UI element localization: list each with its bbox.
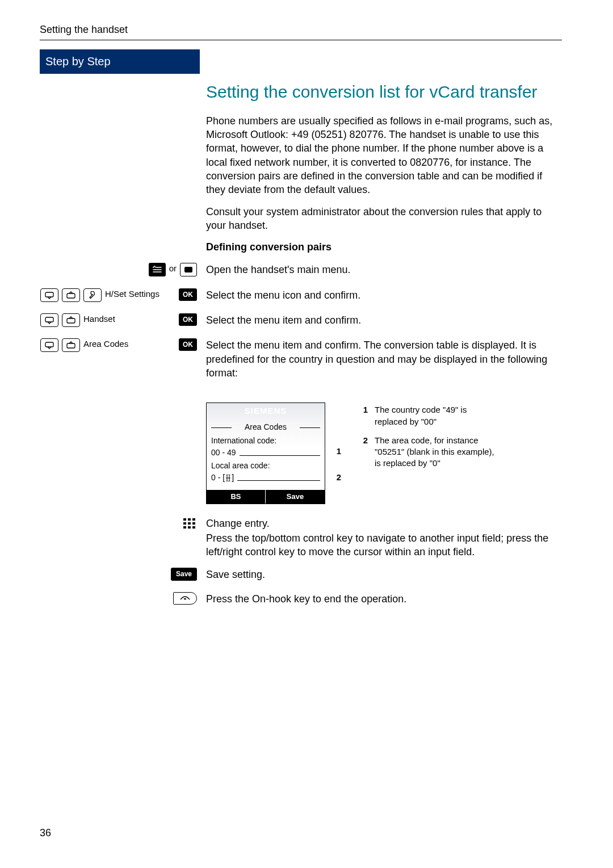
step-handset-row: Handset OK bbox=[40, 313, 197, 327]
ok-button[interactable]: OK bbox=[179, 313, 197, 326]
screen-title: Area Codes bbox=[211, 422, 320, 434]
areacodes-label: Area Codes bbox=[83, 338, 175, 350]
legend-text-1: The country code "49" is replaced by "00… bbox=[374, 404, 498, 433]
svg-rect-11 bbox=[192, 522, 195, 525]
nav-up-icon[interactable] bbox=[62, 313, 80, 327]
subheading-defining-pairs: Defining conversion pairs bbox=[206, 240, 561, 254]
legend-text-2: The area code, for instance "05251" (bla… bbox=[374, 434, 498, 475]
keypad-icon-row bbox=[40, 517, 197, 531]
nav-down-icon[interactable] bbox=[40, 313, 58, 327]
save-softkey-row: Save bbox=[40, 568, 197, 580]
step-hset-row: H/Set Settings OK bbox=[40, 288, 197, 302]
softkey-save[interactable]: Save bbox=[266, 490, 325, 504]
svg-rect-5 bbox=[67, 343, 75, 348]
cursor-icon bbox=[225, 475, 232, 481]
intro-paragraph-2: Consult your system administrator about … bbox=[206, 205, 561, 233]
svg-rect-12 bbox=[183, 526, 186, 529]
center-key-icon[interactable] bbox=[180, 263, 197, 276]
navigate-text: Press the top/bottom control key to navi… bbox=[206, 531, 561, 559]
local-code-label: Local area code: bbox=[211, 460, 320, 471]
svg-rect-1 bbox=[67, 293, 75, 298]
save-softkey[interactable]: Save bbox=[171, 568, 197, 580]
svg-rect-6 bbox=[183, 518, 186, 521]
svg-rect-8 bbox=[192, 518, 195, 521]
content-column: Setting the conversion list for vCard tr… bbox=[201, 77, 562, 262]
intro-paragraph-1: Phone numbers are usually specified as f… bbox=[206, 114, 561, 197]
brand-bar: SIEMENS bbox=[207, 403, 325, 419]
legend-num-2: 2 bbox=[358, 434, 373, 475]
phone-screen: SIEMENS Area Codes International code: 0… bbox=[206, 402, 325, 504]
svg-rect-10 bbox=[188, 522, 191, 525]
onhook-key-row bbox=[40, 592, 197, 605]
nav-up-icon[interactable] bbox=[62, 338, 80, 352]
callout-1: 1 bbox=[337, 446, 341, 457]
legend-num-1: 1 bbox=[358, 404, 373, 433]
svg-rect-13 bbox=[188, 526, 191, 529]
steps-column bbox=[40, 77, 201, 262]
or-label: or bbox=[169, 263, 177, 274]
intl-code-value: 00 - 49 bbox=[211, 447, 236, 458]
handset-label: Handset bbox=[83, 313, 175, 325]
svg-rect-2 bbox=[45, 317, 53, 322]
local-code-value: 0 - [‎‎ bbox=[211, 472, 225, 483]
wrench-icon[interactable] bbox=[83, 288, 102, 302]
svg-rect-4 bbox=[45, 342, 53, 347]
intl-code-label: International code: bbox=[211, 435, 320, 446]
svg-rect-15 bbox=[184, 598, 186, 599]
nav-up-icon[interactable] bbox=[62, 288, 80, 302]
step-by-step-heading: Step by Step bbox=[40, 49, 200, 74]
step-areacodes-row: Area Codes OK bbox=[40, 338, 197, 352]
menu-icon[interactable] bbox=[149, 263, 166, 276]
page-number: 36 bbox=[40, 826, 51, 840]
legend-table: 1 The country code "49" is replaced by "… bbox=[357, 402, 499, 476]
page-section-header: Setting the handset bbox=[40, 23, 562, 40]
step-select-item1-text: Select the menu item and confirm. bbox=[206, 313, 561, 327]
ok-button[interactable]: OK bbox=[179, 288, 197, 301]
save-setting-text: Save setting. bbox=[206, 568, 561, 581]
local-code-value-end: ] bbox=[232, 472, 234, 483]
hset-settings-label: H/Set Settings bbox=[105, 288, 175, 300]
svg-rect-14 bbox=[192, 526, 195, 529]
svg-rect-7 bbox=[188, 518, 191, 521]
softkey-bs[interactable]: BS bbox=[207, 490, 266, 504]
change-entry-text: Change entry. bbox=[206, 517, 561, 530]
svg-rect-3 bbox=[67, 318, 75, 323]
nav-down-icon[interactable] bbox=[40, 338, 58, 352]
center-dot-icon bbox=[184, 267, 192, 272]
callout-2: 2 bbox=[337, 472, 341, 483]
step-select-item2-text: Select the menu item and confirm. The co… bbox=[206, 338, 561, 380]
step-open-menu-icons: or bbox=[40, 263, 197, 276]
onhook-key-icon[interactable] bbox=[173, 592, 197, 605]
layout-table: Setting the conversion list for vCard tr… bbox=[40, 77, 562, 615]
page-title: Setting the conversion list for vCard tr… bbox=[206, 81, 561, 103]
svg-rect-0 bbox=[45, 292, 53, 297]
document-page: Setting the handset Step by Step Setting… bbox=[0, 0, 613, 868]
keypad-icon[interactable] bbox=[182, 517, 197, 531]
phone-screen-figure: SIEMENS Area Codes International code: 0… bbox=[206, 402, 561, 504]
svg-rect-9 bbox=[183, 522, 186, 525]
nav-down-icon[interactable] bbox=[40, 288, 58, 302]
onhook-text: Press the On-hook key to end the operati… bbox=[206, 592, 561, 606]
step-open-menu-text: Open the handset's main menu. bbox=[206, 263, 561, 276]
step-select-icon-text: Select the menu icon and confirm. bbox=[206, 288, 561, 302]
ok-button[interactable]: OK bbox=[179, 338, 197, 351]
